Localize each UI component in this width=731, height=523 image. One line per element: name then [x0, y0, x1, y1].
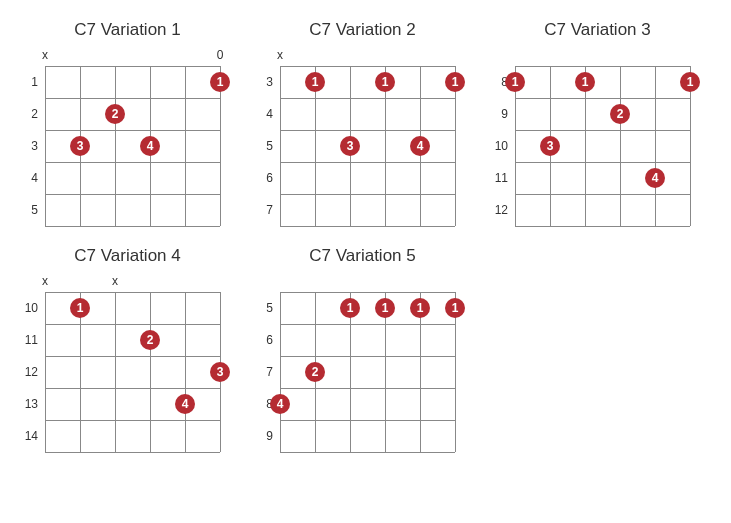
- fret-number: 14: [20, 430, 38, 442]
- diagram-wrapper: x3456711134: [255, 48, 470, 226]
- finger-dot: 4: [645, 168, 665, 188]
- diagram-wrapper: 89101112111234: [490, 48, 705, 226]
- diagram-wrapper: 56789111124: [255, 274, 470, 452]
- finger-dot: 3: [210, 362, 230, 382]
- fret-number: 11: [490, 172, 508, 184]
- fret-number: 2: [20, 108, 38, 120]
- fret-number: 13: [20, 398, 38, 410]
- finger-dot: 2: [140, 330, 160, 350]
- chord-diagram: C7 Variation 556789111124: [255, 246, 470, 452]
- chord-title: C7 Variation 5: [255, 246, 470, 266]
- fret-number: 6: [255, 172, 273, 184]
- fret-number: 3: [20, 140, 38, 152]
- chord-title: C7 Variation 4: [20, 246, 235, 266]
- finger-dot: 1: [305, 72, 325, 92]
- fret-number: 10: [490, 140, 508, 152]
- diagram-wrapper: x0123451234: [20, 48, 235, 226]
- fretboard-grid: 111124: [280, 292, 455, 452]
- top-indicator: x: [108, 274, 122, 288]
- finger-dot: 4: [410, 136, 430, 156]
- finger-dot: 1: [505, 72, 525, 92]
- finger-dot: 4: [175, 394, 195, 414]
- chord-diagram: C7 Variation 4xx10111213141234: [20, 246, 235, 452]
- finger-dot: 4: [140, 136, 160, 156]
- fretboard-grid: 1234: [45, 292, 220, 452]
- finger-dot: 4: [270, 394, 290, 414]
- fret-number: 7: [255, 366, 273, 378]
- finger-dot: 1: [575, 72, 595, 92]
- finger-dot: 2: [610, 104, 630, 124]
- fret-number: 12: [490, 204, 508, 216]
- finger-dot: 3: [340, 136, 360, 156]
- fret-number: 5: [255, 140, 273, 152]
- fret-number: 4: [20, 172, 38, 184]
- top-indicator: x: [273, 48, 287, 62]
- fret-number: 10: [20, 302, 38, 314]
- fret-number: 5: [20, 204, 38, 216]
- chord-title: C7 Variation 1: [20, 20, 235, 40]
- fret-number: 1: [20, 76, 38, 88]
- finger-dot: 1: [375, 72, 395, 92]
- fretboard-grid: 1234: [45, 66, 220, 226]
- finger-dot: 1: [70, 298, 90, 318]
- chord-diagram: C7 Variation 2x3456711134: [255, 20, 470, 226]
- fret-number: 3: [255, 76, 273, 88]
- finger-dot: 3: [540, 136, 560, 156]
- fretboard-grid: 111234: [515, 66, 690, 226]
- top-indicator: x: [38, 48, 52, 62]
- fret-number: 9: [490, 108, 508, 120]
- finger-dot: 1: [445, 298, 465, 318]
- chord-title: C7 Variation 2: [255, 20, 470, 40]
- finger-dot: 1: [340, 298, 360, 318]
- chord-diagram: C7 Variation 1x0123451234: [20, 20, 235, 226]
- finger-dot: 1: [680, 72, 700, 92]
- fretboard-grid: 11134: [280, 66, 455, 226]
- fret-number: 7: [255, 204, 273, 216]
- diagram-wrapper: xx10111213141234: [20, 274, 235, 452]
- fret-number: 6: [255, 334, 273, 346]
- finger-dot: 1: [210, 72, 230, 92]
- chord-diagrams-container: C7 Variation 1x0123451234C7 Variation 2x…: [20, 20, 711, 452]
- top-indicator: 0: [213, 48, 227, 62]
- fret-number: 4: [255, 108, 273, 120]
- finger-dot: 2: [305, 362, 325, 382]
- finger-dot: 1: [445, 72, 465, 92]
- top-indicator: x: [38, 274, 52, 288]
- fret-number: 11: [20, 334, 38, 346]
- chord-diagram: C7 Variation 389101112111234: [490, 20, 705, 226]
- finger-dot: 1: [375, 298, 395, 318]
- finger-dot: 3: [70, 136, 90, 156]
- fret-number: 5: [255, 302, 273, 314]
- fret-number: 12: [20, 366, 38, 378]
- finger-dot: 2: [105, 104, 125, 124]
- fret-number: 9: [255, 430, 273, 442]
- chord-title: C7 Variation 3: [490, 20, 705, 40]
- finger-dot: 1: [410, 298, 430, 318]
